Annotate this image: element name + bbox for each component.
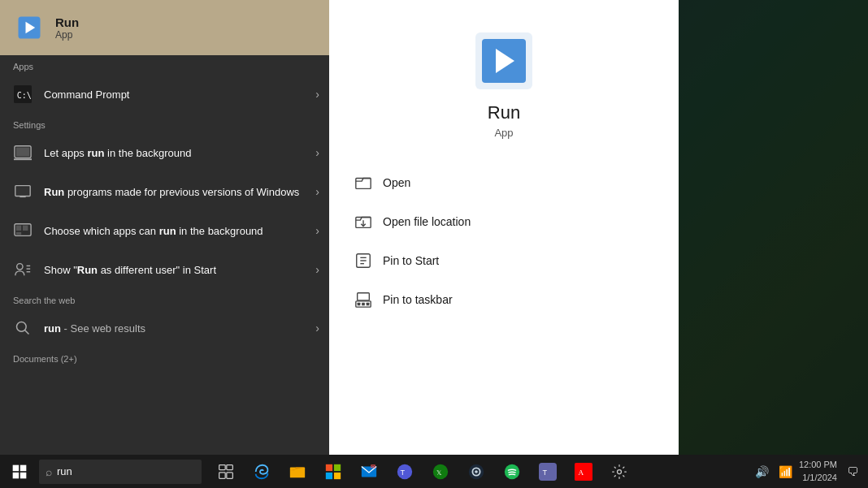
steam-button[interactable] bbox=[458, 455, 494, 488]
svg-rect-43 bbox=[227, 472, 233, 478]
list-item[interactable]: Show "Run as different user" in Start › bbox=[0, 250, 329, 289]
svg-rect-40 bbox=[219, 464, 226, 469]
taskbar-search-icon: ⌕ bbox=[46, 465, 52, 478]
svg-point-19 bbox=[17, 322, 27, 332]
file-explorer-button[interactable] bbox=[280, 455, 315, 488]
show-start-label: Show "Run as different user" in Start bbox=[44, 264, 315, 276]
svg-text:A: A bbox=[579, 468, 584, 476]
context-pin-start[interactable]: Pin to Start bbox=[345, 241, 662, 280]
settings-button[interactable] bbox=[601, 455, 637, 488]
svg-rect-39 bbox=[20, 472, 27, 478]
context-open-file-location[interactable]: Open file location bbox=[345, 202, 662, 241]
teams2-button[interactable]: T bbox=[530, 455, 566, 488]
spotify-button[interactable] bbox=[494, 455, 530, 488]
taskbar: ⌕ bbox=[0, 455, 868, 488]
svg-rect-41 bbox=[227, 464, 233, 469]
context-pin-taskbar[interactable]: Pin to taskbar bbox=[345, 280, 662, 319]
list-item[interactable]: C:\ Command Prompt › bbox=[0, 75, 329, 114]
list-item[interactable]: Let apps run in the background › bbox=[0, 133, 329, 172]
arrow-icon: › bbox=[315, 88, 319, 101]
open-file-location-label: Open file location bbox=[383, 215, 471, 228]
search-input[interactable] bbox=[57, 465, 171, 477]
time-display: 12:00 PM bbox=[799, 459, 837, 471]
choose-apps-icon bbox=[10, 218, 36, 244]
network-icon[interactable]: 📶 bbox=[775, 465, 796, 478]
svg-text:T: T bbox=[543, 468, 548, 476]
top-result-text: Run App bbox=[55, 15, 79, 41]
web-search-label: run - See web results bbox=[44, 322, 315, 335]
run-icon-svg bbox=[15, 13, 44, 42]
svg-rect-35 bbox=[358, 293, 370, 300]
svg-rect-46 bbox=[334, 464, 341, 470]
svg-rect-47 bbox=[326, 472, 332, 478]
svg-rect-32 bbox=[358, 303, 361, 306]
background-setting-icon bbox=[10, 140, 36, 166]
choose-apps-label: Choose which apps can run in the backgro… bbox=[44, 225, 315, 237]
svg-rect-36 bbox=[13, 464, 20, 471]
compat-setting-label: Run programs made for previous versions … bbox=[44, 186, 315, 198]
svg-rect-59 bbox=[539, 463, 557, 481]
svg-rect-42 bbox=[219, 472, 226, 478]
edge-button[interactable] bbox=[244, 455, 280, 488]
app-detail-name: Run bbox=[488, 102, 520, 123]
acrobat-button[interactable]: A bbox=[566, 455, 601, 488]
app-detail-panel: Run App Open Open file lo bbox=[329, 0, 679, 455]
background-setting-label: Let apps run in the background bbox=[44, 147, 315, 159]
run-app-icon bbox=[13, 11, 46, 44]
svg-rect-45 bbox=[326, 464, 332, 470]
svg-point-57 bbox=[475, 470, 478, 473]
system-tray: 🔊 📶 12:00 PM 1/1/2024 🗨 bbox=[752, 459, 868, 484]
pin-taskbar-label: Pin to taskbar bbox=[383, 293, 453, 306]
compat-setting-content: Run programs made for previous versions … bbox=[44, 186, 315, 198]
svg-rect-38 bbox=[13, 472, 20, 478]
svg-rect-33 bbox=[362, 303, 365, 306]
list-item[interactable]: Choose which apps can run in the backgro… bbox=[0, 211, 329, 250]
svg-rect-8 bbox=[17, 188, 29, 195]
clock[interactable]: 12:00 PM 1/1/2024 bbox=[799, 459, 840, 484]
open-label: Open bbox=[383, 176, 410, 189]
show-start-content: Show "Run as different user" in Start bbox=[44, 264, 315, 276]
top-result-type: App bbox=[55, 29, 79, 41]
teams-button[interactable]: T bbox=[387, 455, 423, 488]
search-results-panel: Run App Apps C:\ Command Prompt › Settin… bbox=[0, 0, 329, 455]
volume-icon[interactable]: 🔊 bbox=[752, 465, 772, 478]
web-section-header: Search the web bbox=[0, 289, 329, 309]
background-setting-content: Let apps run in the background bbox=[44, 147, 315, 159]
choose-apps-content: Choose which apps can run in the backgro… bbox=[44, 225, 315, 237]
svg-text:C:\: C:\ bbox=[17, 91, 32, 100]
arrow-icon: › bbox=[315, 263, 319, 276]
start-menu: Run App Apps C:\ Command Prompt › Settin… bbox=[0, 0, 329, 455]
top-result-name: Run bbox=[55, 15, 79, 29]
pin-start-label: Pin to Start bbox=[383, 254, 439, 267]
svg-rect-5 bbox=[16, 148, 30, 157]
svg-text:𝕏: 𝕏 bbox=[436, 469, 442, 476]
svg-point-15 bbox=[17, 264, 23, 270]
command-prompt-icon: C:\ bbox=[10, 81, 36, 107]
taskbar-search-box[interactable]: ⌕ bbox=[39, 460, 202, 484]
svg-rect-24 bbox=[356, 179, 371, 189]
apps-section-header: Apps bbox=[0, 55, 329, 75]
store-button[interactable] bbox=[315, 455, 351, 488]
svg-rect-48 bbox=[334, 472, 341, 478]
svg-rect-34 bbox=[367, 303, 370, 306]
arrow-icon: › bbox=[315, 146, 319, 159]
docs-section-header: Documents (2+) bbox=[0, 348, 329, 367]
svg-line-20 bbox=[25, 330, 29, 335]
svg-rect-12 bbox=[16, 226, 21, 231]
xbox-button[interactable]: 𝕏 bbox=[423, 455, 458, 488]
arrow-icon: › bbox=[315, 224, 319, 237]
notification-icon[interactable]: 🗨 bbox=[844, 465, 861, 478]
app-detail-icon bbox=[475, 32, 532, 89]
start-button[interactable] bbox=[0, 455, 39, 488]
list-item[interactable]: run - See web results › bbox=[0, 309, 329, 348]
mail-button[interactable]: ✉ bbox=[351, 455, 387, 488]
context-open[interactable]: Open bbox=[345, 163, 662, 202]
svg-point-63 bbox=[618, 469, 622, 473]
svg-rect-37 bbox=[20, 464, 27, 471]
date-display: 1/1/2024 bbox=[799, 472, 837, 484]
task-view-button[interactable] bbox=[208, 455, 244, 488]
command-prompt-content: Command Prompt bbox=[44, 89, 315, 101]
top-result-item[interactable]: Run App bbox=[0, 0, 329, 55]
list-item[interactable]: Run programs made for previous versions … bbox=[0, 172, 329, 211]
app-detail-type: App bbox=[494, 127, 513, 139]
